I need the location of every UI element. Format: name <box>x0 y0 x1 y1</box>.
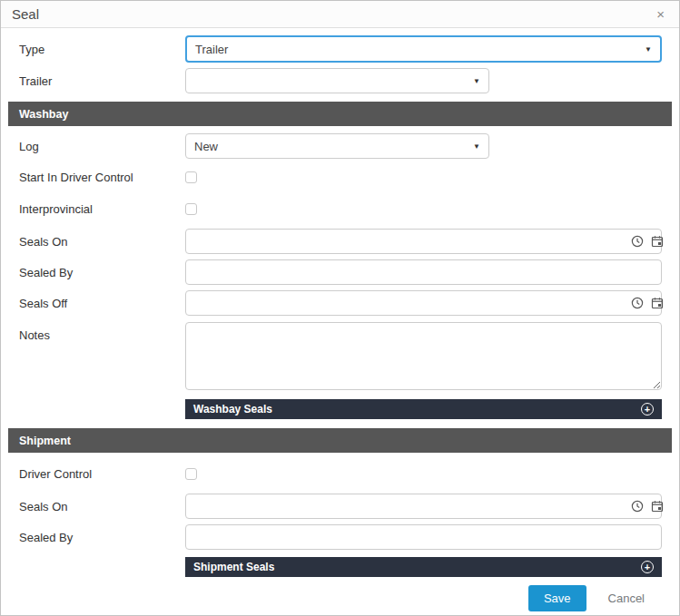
washbay-seals-off-row: Seals Off <box>8 290 672 316</box>
washbay-sealed-by-label: Sealed By <box>8 266 185 279</box>
save-button[interactable]: Save <box>528 585 586 611</box>
start-in-driver-control-checkbox[interactable] <box>185 171 197 183</box>
clock-icon[interactable] <box>631 500 644 513</box>
type-select[interactable]: Trailer ▼ <box>185 35 662 63</box>
notes-row: Notes <box>8 322 672 394</box>
footer-actions: Save Cancel <box>8 585 672 611</box>
dialog-title: Seal <box>12 6 39 22</box>
driver-control-checkbox[interactable] <box>185 468 197 480</box>
chevron-down-icon: ▼ <box>473 77 480 85</box>
trailer-row: Trailer ▼ <box>8 68 672 93</box>
shipment-sealed-by-input[interactable] <box>185 524 662 550</box>
shipment-seals-on-input[interactable] <box>185 494 662 519</box>
washbay-section-header: Washbay <box>8 102 672 126</box>
chevron-down-icon: ▼ <box>473 142 480 151</box>
washbay-sealed-by-input[interactable] <box>185 259 662 285</box>
cancel-button[interactable]: Cancel <box>608 592 645 605</box>
washbay-seals-on-input[interactable] <box>185 229 662 254</box>
driver-control-row: Driver Control <box>8 467 672 481</box>
type-select-value: Trailer <box>195 43 228 56</box>
type-row: Type Trailer ▼ <box>8 35 672 63</box>
add-icon[interactable]: + <box>641 403 654 416</box>
calendar-icon[interactable] <box>651 297 664 309</box>
start-in-driver-control-label: Start In Driver Control <box>8 171 185 184</box>
log-row: Log New ▼ <box>8 133 672 159</box>
shipment-seals-on-label: Seals On <box>8 500 185 513</box>
type-label: Type <box>8 43 185 56</box>
washbay-seals-on-label: Seals On <box>8 235 185 249</box>
chevron-down-icon: ▼ <box>645 45 652 54</box>
shipment-sealed-by-label: Sealed By <box>8 531 185 544</box>
washbay-seals-off-input[interactable] <box>185 290 662 316</box>
close-icon[interactable]: × <box>653 5 668 23</box>
shipment-sealed-by-row: Sealed By <box>8 524 672 550</box>
log-select[interactable]: New ▼ <box>185 133 489 159</box>
calendar-icon[interactable] <box>651 500 664 513</box>
dialog-header: Seal × <box>1 1 679 28</box>
shipment-seals-on-row: Seals On <box>8 494 672 519</box>
washbay-seals-bar-row: Washbay Seals + <box>8 399 672 419</box>
washbay-section-title: Washbay <box>19 108 68 121</box>
washbay-sealed-by-row: Sealed By <box>8 259 672 285</box>
log-select-value: New <box>194 140 218 153</box>
driver-control-label: Driver Control <box>8 467 185 481</box>
clock-icon[interactable] <box>631 297 644 309</box>
seal-dialog: Seal × Type Trailer ▼ Trailer ▼ <box>0 0 680 616</box>
washbay-seals-on-row: Seals On <box>8 229 672 254</box>
trailer-select[interactable]: ▼ <box>185 68 489 93</box>
notes-label: Notes <box>8 322 185 342</box>
washbay-seals-bar-label: Washbay Seals <box>193 403 272 416</box>
interprovincial-label: Interprovincial <box>8 202 185 216</box>
shipment-section-header: Shipment <box>8 428 672 453</box>
interprovincial-row: Interprovincial <box>8 202 672 216</box>
trailer-label: Trailer <box>8 74 185 88</box>
start-in-driver-control-row: Start In Driver Control <box>8 171 672 184</box>
log-label: Log <box>8 140 185 153</box>
interprovincial-checkbox[interactable] <box>185 203 197 215</box>
calendar-icon[interactable] <box>651 235 664 248</box>
shipment-seals-bar[interactable]: Shipment Seals + <box>185 557 662 577</box>
shipment-seals-bar-row: Shipment Seals + <box>8 557 672 577</box>
shipment-section-title: Shipment <box>19 435 71 447</box>
dialog-body: Type Trailer ▼ Trailer ▼ Washbay <box>1 28 679 615</box>
washbay-seals-bar[interactable]: Washbay Seals + <box>185 399 662 419</box>
washbay-seals-off-label: Seals Off <box>8 297 185 310</box>
notes-textarea[interactable] <box>185 322 662 390</box>
clock-icon[interactable] <box>631 235 644 248</box>
add-icon[interactable]: + <box>641 561 654 573</box>
shipment-seals-bar-label: Shipment Seals <box>193 561 274 573</box>
